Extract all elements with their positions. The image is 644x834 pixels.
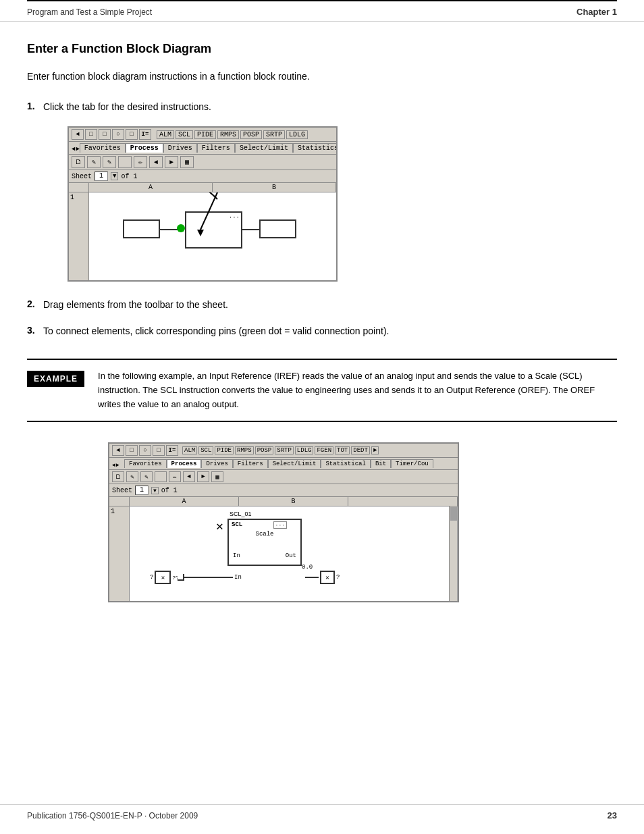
block-expand-btn[interactable]: ··· <box>229 214 240 221</box>
btn-square1-2[interactable]: ○ <box>139 445 151 456</box>
fgen-btn-2[interactable]: FGEN <box>315 446 333 454</box>
icon-edit2-2[interactable]: ✎ <box>140 471 153 482</box>
icon-blank[interactable] <box>118 156 132 168</box>
rmps-btn-2[interactable]: RMPS <box>235 446 254 454</box>
col-a-header-2: A <box>130 497 239 506</box>
nav-left-btn-2[interactable]: ◄ <box>112 445 124 456</box>
icon-arrow-left[interactable]: ◄ <box>149 156 163 168</box>
step-2-num: 2. <box>27 298 43 309</box>
section-title: Enter a Function Block Diagram <box>27 42 617 56</box>
out-conn-line <box>305 577 319 578</box>
sheet-input-1[interactable]: 1 <box>95 172 108 181</box>
tab-scroll-left-2[interactable]: ◄ <box>112 462 115 468</box>
btn-circle[interactable]: ○ <box>112 129 124 140</box>
in-conn-line <box>179 577 233 578</box>
icon-edit1[interactable]: ✎ <box>87 156 101 168</box>
ldlg-btn-2[interactable]: LDLG <box>295 446 314 454</box>
sw-dropdown-1[interactable]: ▼ <box>111 172 118 180</box>
sw-screenshot-1: ◄ □ □ ○ □ I= ALM SCL PIDE RMPS POSP SRTP… <box>68 126 338 282</box>
tab-timercou-2[interactable]: Timer/Cou <box>391 459 433 468</box>
tab-drives-2[interactable]: Drives <box>201 459 232 468</box>
btn-circle-2[interactable]: □ <box>153 445 165 456</box>
scrollbar-2[interactable] <box>449 506 457 601</box>
nav-left-btn[interactable]: ◄ <box>72 129 84 140</box>
col-header-left-spacer-2 <box>109 497 130 506</box>
sw-dropdown-2[interactable]: ▼ <box>151 487 159 494</box>
screenshot-2-container: ◄ □ ○ □ I= ALM SCL PIDE RMPS POSP SRTP L… <box>27 442 617 602</box>
alm-btn-2[interactable]: ALM <box>182 446 197 454</box>
tab-favorites[interactable]: Favorites <box>80 143 126 153</box>
icon-grid[interactable]: ▦ <box>180 156 194 168</box>
col-b-header-2: B <box>239 497 348 506</box>
icon-arrow-left-2[interactable]: ◄ <box>183 471 195 482</box>
tab-favorites-2[interactable]: Favorites <box>124 459 167 468</box>
chapter-word: Chapter <box>576 7 610 17</box>
sw-toolbar-top-1: ◄ □ □ ○ □ I= ALM SCL PIDE RMPS POSP SRTP… <box>69 128 336 142</box>
col-b-header: B <box>213 183 336 192</box>
rmps-btn[interactable]: RMPS <box>217 130 239 139</box>
srtp-btn-2[interactable]: SRTP <box>275 446 294 454</box>
diagram-area-2[interactable]: SCL_01 ✕ SCL ··· Scale In Out <box>130 506 458 601</box>
green-dot-1 <box>177 224 185 232</box>
footer-page-num: 23 <box>608 810 617 820</box>
tab-statistical-2[interactable]: Statistical <box>321 459 370 468</box>
tab-selectlimit-2[interactable]: Select/Limit <box>268 459 321 468</box>
diagram-area-1[interactable]: ··· <box>89 192 336 280</box>
posp-btn[interactable]: POSP <box>240 130 262 139</box>
posp-btn-2[interactable]: POSP <box>255 446 274 454</box>
footer-publication: Publication 1756-QS001E-EN-P · October 2… <box>27 811 198 820</box>
alm-btn[interactable]: ALM <box>157 130 174 139</box>
scrollbar-thumb[interactable] <box>450 507 457 521</box>
icon-edit2[interactable]: ✎ <box>103 156 116 168</box>
step-1-text: Click the tab for the desired instructio… <box>43 100 211 114</box>
tab-drives[interactable]: Drives <box>163 143 197 153</box>
example-section: EXAMPLE In the following example, an Inp… <box>27 359 617 422</box>
pide-btn-2[interactable]: PIDE <box>215 446 234 454</box>
tab-scroll-right-2[interactable]: ► <box>116 462 119 468</box>
icon-arrow-right[interactable]: ► <box>165 156 178 168</box>
scl-btn[interactable]: SCL <box>176 130 193 139</box>
icon-grid-2[interactable]: ▦ <box>211 471 223 482</box>
tab-bit-2[interactable]: Bit <box>371 459 391 468</box>
tab-process-2[interactable]: Process <box>167 459 202 468</box>
tab-filters[interactable]: Filters <box>197 143 235 153</box>
btn-square1[interactable]: □ <box>99 129 111 140</box>
icon-pencil[interactable]: ✏ <box>134 156 147 168</box>
block-properties-btn[interactable]: ··· <box>273 521 287 529</box>
icon-arrow-right-2[interactable]: ► <box>197 471 209 482</box>
oref-group: 0.0 <box>302 564 313 571</box>
tab-statistics[interactable]: Statistics <box>293 143 338 153</box>
btn-i[interactable]: I= <box>139 129 151 140</box>
chapter-num: 1 <box>612 7 617 17</box>
icon-new-2[interactable]: 🗋 <box>112 471 124 482</box>
tot-btn-2[interactable]: TOT <box>335 446 350 454</box>
pide-btn[interactable]: PIDE <box>194 130 216 139</box>
icon-new[interactable]: 🗋 <box>72 156 85 168</box>
icon-blank-2[interactable] <box>155 471 167 482</box>
example-label: EXAMPLE <box>27 371 84 387</box>
scl01-label: SCL_01 <box>230 511 252 517</box>
btn-i-2[interactable]: I= <box>166 445 178 456</box>
col-header-2: A B <box>109 497 458 506</box>
tab-filters-2[interactable]: Filters <box>233 459 268 468</box>
nav-right-btn-2[interactable]: □ <box>126 445 138 456</box>
dedt-btn-2[interactable]: DEDT <box>351 446 370 454</box>
btn-square2[interactable]: □ <box>126 129 138 140</box>
sheet-input-2[interactable]: 1 <box>135 486 149 495</box>
ldlg-btn[interactable]: LDLG <box>286 130 308 139</box>
more-btn-2[interactable]: ► <box>371 446 379 454</box>
scl-btn-2[interactable]: SCL <box>198 446 213 454</box>
step-2-text: Drag elements from the toolbar to the sh… <box>43 298 228 312</box>
example-text: In the following example, an Input Refer… <box>98 369 617 411</box>
row-1-header-2: 1 <box>109 506 130 601</box>
tab-process[interactable]: Process <box>126 143 163 153</box>
nav-right-btn[interactable]: □ <box>85 129 97 140</box>
tab-selectlimit[interactable]: Select/Limit <box>235 143 293 153</box>
srtp-btn[interactable]: SRTP <box>263 130 285 139</box>
tab-scroll-left[interactable]: ◄ <box>72 146 75 153</box>
col-c-header-2 <box>348 497 458 506</box>
step-3: 3. To connect elements, click correspond… <box>27 324 617 338</box>
icon-edit1-2[interactable]: ✎ <box>126 471 138 482</box>
icon-pencil-2[interactable]: ✏ <box>169 471 181 482</box>
iref-group: ? ✕ ?? In <box>150 571 242 584</box>
